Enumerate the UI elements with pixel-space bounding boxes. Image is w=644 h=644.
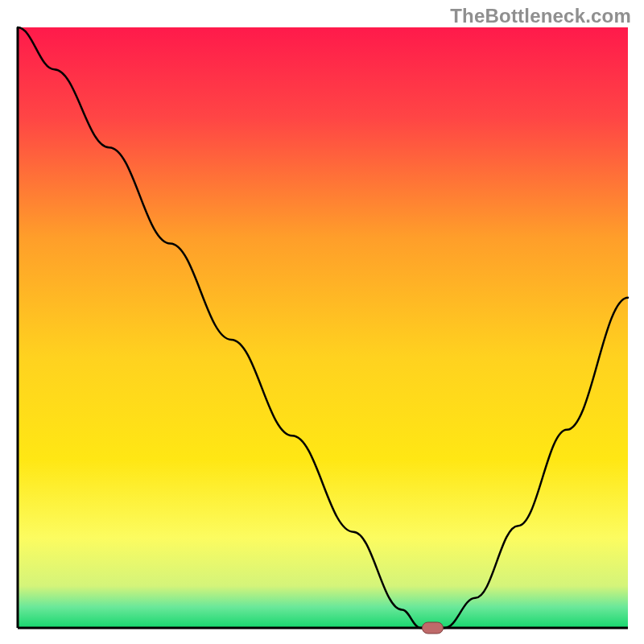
- bottleneck-chart: TheBottleneck.com: [0, 0, 644, 644]
- chart-svg: [0, 0, 644, 644]
- watermark-text: TheBottleneck.com: [450, 5, 631, 27]
- svg-rect-3: [422, 622, 443, 634]
- svg-rect-0: [18, 27, 628, 628]
